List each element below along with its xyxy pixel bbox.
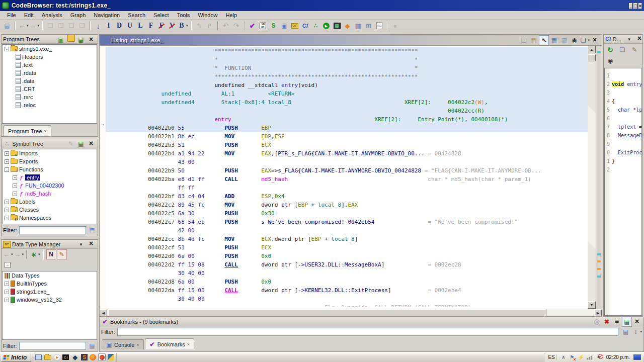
firefox-icon[interactable] — [90, 354, 96, 360]
snapshot-camera-icon[interactable] — [569, 35, 579, 45]
close-icon[interactable] — [634, 33, 644, 43]
bookmark-mark-icon[interactable] — [597, 268, 601, 270]
listing-line[interactable]: 004022b4 a1 94 22 MOV EAX,[PTR_s_FLAG{CA… — [106, 149, 588, 158]
decompiler-header[interactable]: D... — [604, 35, 642, 44]
listing-line[interactable]: -- Flow Override: CALL_RETURN (CALL_TERM… — [106, 303, 588, 307]
next-function-icon[interactable]: F — [146, 21, 156, 31]
tree-item[interactable]: .CRT — [3, 85, 97, 93]
listing-line[interactable]: 004022b0 55 PUSH EBP — [106, 124, 588, 132]
import-icon[interactable] — [622, 317, 632, 327]
listing-line[interactable]: 30 40 00 — [106, 269, 588, 278]
listing-line[interactable]: 004022b1 8b ec MOV EBP,ESP — [106, 132, 588, 141]
filter-page-icon[interactable] — [88, 342, 96, 350]
script-window-icon[interactable] — [269, 21, 279, 31]
tab-close-icon[interactable]: × — [44, 129, 46, 134]
listing-body[interactable]: → **************************************… — [100, 46, 602, 316]
decompiler-body[interactable]: 123456789012 void entry { char *lpT lpTe… — [604, 68, 642, 316]
decompiler-line[interactable]: lpText = — [612, 123, 641, 131]
tree-item[interactable]: Headers — [3, 53, 97, 61]
delete-icon[interactable] — [602, 317, 612, 327]
tree-item-fun_00402300[interactable]: +fFUN_00402300 — [3, 182, 97, 190]
listing-line[interactable]: * FUNCTION * — [106, 64, 588, 72]
new-tree-icon[interactable] — [56, 35, 66, 45]
dropdown-arrow-icon[interactable]: ▾ — [186, 24, 188, 28]
scroll-up-icon[interactable]: ▲ — [588, 46, 596, 53]
tree-item[interactable]: .reloc — [3, 101, 97, 109]
expand-icon[interactable]: + — [5, 151, 9, 156]
ghidra-icon[interactable] — [98, 353, 106, 361]
import-icon[interactable] — [76, 139, 86, 149]
expand-icon[interactable]: + — [13, 175, 17, 180]
bookmark-mark-icon[interactable] — [597, 51, 601, 53]
close-icon[interactable] — [86, 238, 96, 248]
save-icon[interactable] — [2, 21, 12, 31]
listing-line[interactable]: 004022d8 6a 00 PUSH 0x0 — [106, 278, 588, 286]
out-arrow-icon[interactable] — [205, 21, 215, 31]
menu-graph[interactable]: Graph — [66, 12, 90, 19]
tree-item-labels[interactable]: +●Labels — [3, 198, 97, 206]
decompiler-line[interactable] — [612, 140, 641, 148]
listing-line[interactable]: 004022b9 50 PUSH EAX=>s_FLAG{CAN-I-MAKE-… — [106, 166, 588, 175]
next-instruction-icon[interactable]: I — [104, 21, 114, 31]
filter-letter-off-icon[interactable] — [46, 249, 56, 259]
expand-icon[interactable]: + — [5, 216, 9, 220]
menu-navigation[interactable]: Navigation — [90, 12, 124, 19]
start-button[interactable]: Inicio — [1, 353, 31, 361]
next-bookmark-icon[interactable]: B▾ — [178, 21, 188, 31]
tree-item[interactable]: .text — [3, 61, 97, 69]
snapshot-camera-icon[interactable] — [605, 56, 616, 66]
display-tray-icon[interactable] — [633, 354, 641, 360]
page-arrow-icon-2[interactable] — [56, 21, 66, 31]
table-view-icon[interactable] — [353, 21, 363, 31]
filter-pointer-off-icon[interactable] — [57, 249, 67, 259]
listing-line[interactable]: 004022c7 68 54 eb PUSH s_We've_been_comp… — [106, 218, 588, 226]
copy-icon[interactable] — [617, 45, 628, 55]
listing-line[interactable]: 004022da ff 15 00 CALL dword ptr [->KERN… — [106, 286, 588, 295]
back-icon-disabled[interactable]: ▾ — [3, 249, 13, 259]
listing-line[interactable]: ff ff — [106, 184, 588, 192]
bookmark-mark-icon[interactable] — [597, 276, 601, 278]
dropdown-icon[interactable] — [76, 240, 86, 250]
next-label-icon[interactable]: L — [135, 21, 145, 31]
bookmarks-header[interactable]: ✔ Bookmarks - (9 bookmarks) — [100, 317, 643, 326]
listing-line[interactable]: 43 00 — [106, 158, 588, 166]
menu-file[interactable]: File — [3, 12, 20, 19]
import-icon[interactable] — [76, 35, 86, 45]
open-folder-icon[interactable] — [66, 33, 76, 43]
scroll-down-icon[interactable]: ▼ — [588, 301, 596, 309]
network-signal-icon[interactable] — [587, 354, 594, 361]
dropdown-arrow-icon[interactable]: ▾ — [38, 24, 40, 28]
scroll-left-icon[interactable]: ◀ — [100, 309, 107, 316]
security-alert-flag-icon[interactable] — [569, 354, 576, 361]
listing-line[interactable]: 004022d0 6a 00 PUSH 0x0 — [106, 252, 588, 260]
run-script-icon[interactable] — [321, 21, 332, 31]
python-icon[interactable] — [108, 354, 114, 360]
bytes-viewer-icon[interactable] — [258, 21, 268, 31]
program-trees-header[interactable]: Program Trees — [2, 35, 98, 44]
expand-icon[interactable]: + — [5, 282, 9, 286]
diff-icon[interactable] — [559, 35, 569, 45]
comment-bubble-icon[interactable] — [390, 21, 400, 31]
expand-icon[interactable]: + — [5, 200, 9, 204]
close-icon[interactable] — [632, 316, 642, 326]
media-player-icon[interactable]: ▶ — [54, 354, 60, 360]
dtm-filter-input[interactable] — [19, 342, 87, 350]
prev-function-icon[interactable]: F — [156, 21, 167, 31]
listing-line[interactable]: entry XREF[2]: Entry Point(*), 00400108(… — [106, 115, 588, 124]
expand-icon[interactable]: + — [13, 184, 17, 188]
direction-down-icon[interactable] — [93, 21, 103, 31]
tree-item[interactable]: .rsrc — [3, 93, 97, 101]
next-undefined-icon[interactable]: U — [125, 21, 135, 31]
command-prompt-icon[interactable]: C:\ — [62, 354, 69, 360]
dropdown-arrow-icon[interactable]: ▾ — [38, 252, 40, 256]
menu-edit[interactable]: Edit — [20, 12, 38, 19]
hscroll-thumb[interactable] — [108, 309, 546, 316]
listing-horizontal-scrollbar[interactable]: ◀ ▶ — [100, 309, 602, 316]
table-export-icon[interactable] — [549, 35, 559, 45]
decompiler-line[interactable]: void entry — [612, 80, 641, 88]
back-icon[interactable]: ▾ — [18, 21, 29, 31]
listing-line[interactable]: 004022ba e8 d1 ff CALL md5_hash char * m… — [106, 175, 588, 184]
expand-icon[interactable]: - — [5, 47, 9, 51]
clone-window-icon[interactable]: ▾ — [579, 35, 590, 45]
listing-line[interactable]: ****************************************… — [106, 72, 588, 81]
